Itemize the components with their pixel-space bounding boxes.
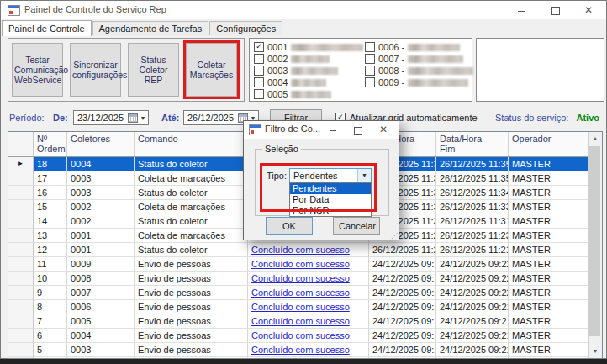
row-header[interactable] xyxy=(8,329,34,343)
row-header[interactable] xyxy=(8,243,34,257)
cell-ordem: 9 xyxy=(34,286,67,300)
device-checkbox-item[interactable]: 0006 - xyxy=(365,41,473,53)
status-link[interactable]: Concluído com sucesso xyxy=(251,330,350,340)
tab-configura-es[interactable]: Configurações xyxy=(209,21,282,35)
dropdown-option-por-nsr[interactable]: Por NSR xyxy=(290,205,371,216)
ok-button[interactable]: OK xyxy=(266,217,313,235)
minimize-icon[interactable] xyxy=(509,1,534,19)
checkbox-icon[interactable] xyxy=(254,66,264,76)
table-row[interactable]: 90007Envio de pessoasConcluído com suces… xyxy=(8,286,602,300)
checkbox-icon[interactable] xyxy=(365,42,375,52)
checkbox-icon[interactable] xyxy=(254,54,264,64)
type-combobox[interactable]: Pendentes ▼ xyxy=(289,168,372,182)
close-icon[interactable]: ✕ xyxy=(373,121,393,139)
device-name-redacted xyxy=(408,67,473,75)
column-header-operador[interactable]: Operador xyxy=(509,132,589,156)
table-row[interactable]: 60004Envio de pessoasConcluído com suces… xyxy=(8,329,602,343)
status-link[interactable]: Concluído com sucesso xyxy=(251,245,350,255)
status-link[interactable]: Concluído com sucesso xyxy=(251,259,350,269)
table-row[interactable]: 80006Envio de pessoasConcluído com suces… xyxy=(8,300,602,314)
row-pointer-icon[interactable]: ► xyxy=(8,157,34,171)
scrollbar-thumb[interactable] xyxy=(589,146,600,336)
status-link[interactable]: Concluído com sucesso xyxy=(251,316,350,326)
cell-fim: 24/12/2025 09:21 xyxy=(436,300,509,314)
cell-status[interactable]: Concluído com sucesso xyxy=(248,286,369,300)
from-date-field[interactable]: 23/12/2025 ▼ xyxy=(73,110,149,125)
cancel-button[interactable]: Cancelar xyxy=(333,217,380,235)
column-header-n-ordem[interactable]: Nº Ordem xyxy=(34,132,67,156)
dropdown-option-por-data[interactable]: Por Data xyxy=(290,194,371,205)
checkbox-icon[interactable] xyxy=(365,54,375,64)
cell-status[interactable]: Concluído com sucesso xyxy=(248,300,369,314)
cell-ordem: 16 xyxy=(34,186,67,200)
device-checkbox-item[interactable]: 0003 xyxy=(254,65,363,76)
sincronizar-configura-es-button[interactable]: Sincronizar configurações xyxy=(70,43,121,97)
device-checkbox-item[interactable]: ✓0001 xyxy=(254,41,363,53)
row-header[interactable] xyxy=(8,171,34,186)
column-header-comando[interactable]: Comando xyxy=(135,132,248,156)
checkbox-icon[interactable] xyxy=(365,77,375,87)
cell-operador: MASTER xyxy=(509,243,589,257)
device-checkbox-item[interactable]: 0007 - xyxy=(365,53,473,65)
cell-status[interactable]: Concluído com sucesso xyxy=(248,329,369,343)
cell-fim: 26/12/2025 11:35 xyxy=(436,171,509,186)
row-header[interactable] xyxy=(8,229,34,243)
cell-status[interactable]: Concluído com sucesso xyxy=(248,314,369,329)
cell-status[interactable]: Concluído com sucesso xyxy=(248,257,369,272)
row-header[interactable] xyxy=(8,257,34,272)
maximize-icon[interactable] xyxy=(348,121,368,139)
device-code: 0001 xyxy=(267,42,288,52)
cell-operador: MASTER xyxy=(509,214,589,229)
device-checkbox-item[interactable]: 0004 xyxy=(254,76,363,88)
chevron-down-icon[interactable]: ▼ xyxy=(357,169,371,182)
column-header-data-hora-fim[interactable]: Data/Hora Fim xyxy=(436,132,509,156)
vertical-scrollbar[interactable]: ▲ ▼ xyxy=(588,132,602,358)
coletar-marca-es-button[interactable]: Coletar Marcações xyxy=(186,43,237,97)
checkbox-icon[interactable] xyxy=(254,77,264,87)
device-checkbox-item[interactable]: 0008 - xyxy=(365,65,473,76)
tab-painel-de-controle[interactable]: Painel de Controle xyxy=(2,20,92,36)
cell-fim: 24/12/2025 09:21 xyxy=(436,314,509,329)
row-header[interactable] xyxy=(8,186,34,200)
scroll-up-icon[interactable]: ▲ xyxy=(589,132,602,145)
table-row[interactable]: 70005Envio de pessoasConcluído com suces… xyxy=(8,314,602,329)
close-icon[interactable]: ✕ xyxy=(576,1,601,19)
minimize-icon[interactable] xyxy=(323,121,343,139)
dropdown-option-pendentes[interactable]: Pendentes xyxy=(290,183,371,194)
testar-comunica-o-webservice-button[interactable]: Testar Comunicação WebService xyxy=(12,43,63,97)
checkbox-icon[interactable] xyxy=(254,89,264,99)
table-row[interactable]: 50003Envio de pessoasConcluído com suces… xyxy=(8,343,602,357)
scroll-down-icon[interactable]: ▼ xyxy=(589,345,602,358)
cell-coletor: 0004 xyxy=(67,157,135,171)
row-header[interactable] xyxy=(8,214,34,229)
checkbox-checked-icon[interactable]: ✓ xyxy=(254,42,264,52)
table-row[interactable]: 110009Envio de pessoasConcluído com suce… xyxy=(8,257,602,272)
cell-operador: MASTER xyxy=(509,343,589,357)
device-checkbox-item[interactable]: 0009 - xyxy=(365,76,473,88)
status-coletor-rep-button[interactable]: Status Coletor REP xyxy=(128,43,179,97)
cell-status[interactable]: Concluído com sucesso xyxy=(248,343,369,357)
cell-status[interactable]: Concluído com sucesso xyxy=(248,272,369,286)
resize-grip[interactable]: ⋰ xyxy=(391,232,398,240)
column-header-coletores[interactable]: Coletores xyxy=(67,132,135,156)
device-checkbox-item[interactable]: 0005 xyxy=(254,88,363,100)
table-row[interactable]: 100008Envio de pessoasConcluído com suce… xyxy=(8,272,602,286)
row-header[interactable] xyxy=(8,286,34,300)
row-header[interactable] xyxy=(8,200,34,214)
tab-agendamento-de-tarefas[interactable]: Agendamento de Tarefas xyxy=(92,21,209,35)
table-row[interactable]: 120001Status do coletorConcluído com suc… xyxy=(8,243,602,257)
status-link[interactable]: Concluído com sucesso xyxy=(251,273,350,283)
row-header[interactable] xyxy=(8,300,34,314)
column-header-0[interactable] xyxy=(8,132,34,156)
chevron-down-icon[interactable]: ▼ xyxy=(138,115,148,121)
checkbox-icon[interactable] xyxy=(365,66,375,76)
row-header[interactable] xyxy=(8,272,34,286)
cell-status[interactable]: Concluído com sucesso xyxy=(248,243,369,257)
maximize-icon[interactable] xyxy=(542,1,567,19)
status-link[interactable]: Concluído com sucesso xyxy=(251,345,350,355)
row-header[interactable] xyxy=(8,314,34,329)
status-link[interactable]: Concluído com sucesso xyxy=(251,302,350,312)
device-checkbox-item[interactable]: 0002 xyxy=(254,53,363,65)
row-header[interactable] xyxy=(8,343,34,357)
status-link[interactable]: Concluído com sucesso xyxy=(251,288,350,298)
